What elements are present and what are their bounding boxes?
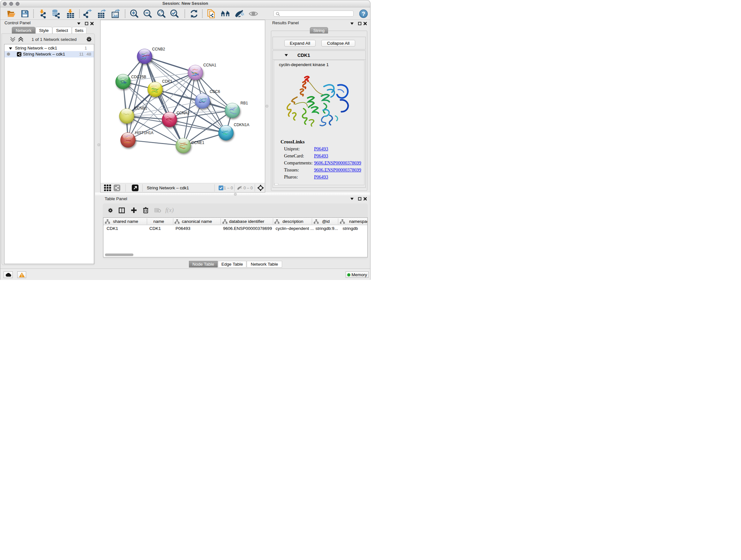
svg-text:?: ? bbox=[362, 11, 365, 17]
